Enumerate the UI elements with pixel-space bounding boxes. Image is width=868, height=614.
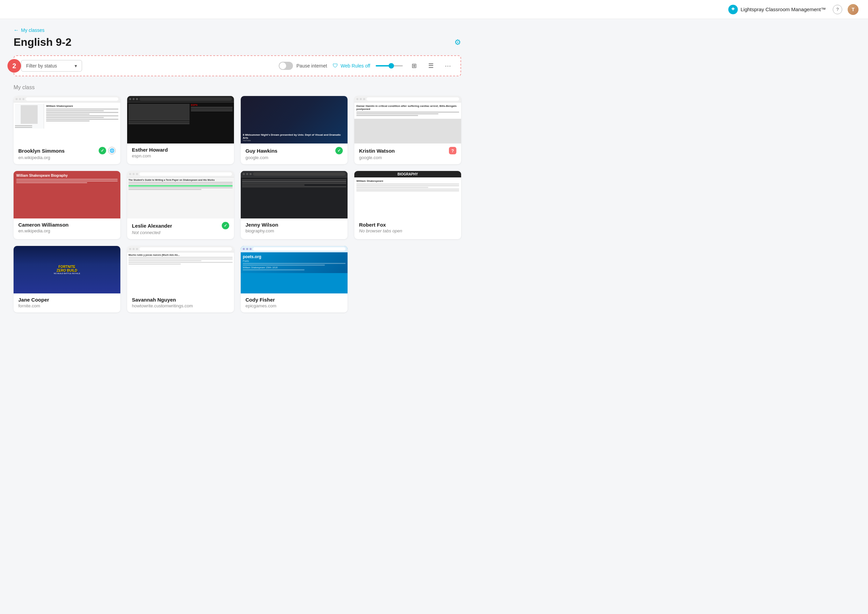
- student-card[interactable]: BIOGRAPHY William Shakespeare Robert Fox…: [354, 171, 461, 239]
- web-rules-label: Web Rules off: [341, 63, 370, 68]
- screenshot-subtitle: NO BUILD BATTLE ROYALE: [54, 272, 81, 274]
- screenshot-subtitle: Poets: [243, 260, 346, 262]
- header-icons: ? T: [833, 4, 859, 15]
- status-check-icon: ✓: [222, 222, 229, 229]
- student-grid: William Shakespeare Brooklyn Simmons ✓ 🌐…: [14, 96, 461, 312]
- brand-logo: [728, 5, 738, 14]
- chevron-down-icon: ▾: [74, 63, 77, 68]
- back-link[interactable]: ← My classes: [14, 27, 461, 33]
- student-name: Kristin Watson ?: [359, 147, 456, 154]
- avatar[interactable]: T: [848, 4, 859, 15]
- status-globe-icon: 🌐: [108, 147, 116, 154]
- student-name: Leslie Alexander ✓: [132, 222, 229, 229]
- brand-name: Lightspray Classroom Management™: [741, 6, 826, 12]
- web-rules-button[interactable]: 🛡 Web Rules off: [333, 63, 370, 69]
- card-info: Jenny Wilson biography.com: [241, 218, 347, 238]
- student-url: biography.com: [245, 228, 343, 233]
- zoom-slider[interactable]: [376, 65, 403, 67]
- page-title-row: English 9-2 ⚙: [14, 36, 461, 48]
- card-info: Esther Howard espn.com: [127, 143, 234, 163]
- card-info: Robert Fox No browser tabs open: [354, 218, 461, 238]
- card-screenshot: The Student's Guide to Writing a Term Pa…: [127, 171, 234, 218]
- screenshot-text: 8 Midsummer Night's Dream presented by U…: [243, 133, 346, 140]
- card-info: Leslie Alexander ✓ Not connected: [127, 218, 234, 239]
- student-url: No browser tabs open: [359, 228, 456, 233]
- student-name: Cameron Williamson: [18, 222, 116, 228]
- card-screenshot: BIOGRAPHY William Shakespeare: [354, 171, 461, 218]
- screenshot-subtext: YouTube: [243, 140, 346, 141]
- student-url: espn.com: [132, 153, 229, 159]
- student-url: epicgames.com: [245, 303, 343, 308]
- grid-view-button[interactable]: ⊞: [408, 60, 420, 72]
- card-info: Cameron Williamson en.wikipedia.org: [14, 218, 120, 238]
- screenshot-header: BIOGRAPHY: [354, 171, 461, 177]
- card-screenshot: ESPN: [127, 96, 234, 143]
- toolbar: 2 Filter by status ▾ Pause internet 🛡 We…: [14, 55, 461, 76]
- card-info: Savannah Nguyen howtowrite.customwriting…: [127, 294, 234, 312]
- student-card[interactable]: FORTNITEZERO BUILD NO BUILD BATTLE ROYAL…: [14, 246, 120, 312]
- card-info: Jane Cooper fornite.com: [14, 294, 120, 312]
- selection-badge: 2: [8, 59, 21, 73]
- student-card[interactable]: William Shakespeare Brooklyn Simmons ✓ 🌐…: [14, 96, 120, 164]
- more-options-button[interactable]: ⋯: [442, 60, 454, 72]
- status-check-icon: ✓: [335, 147, 343, 154]
- student-name: Jenny Wilson: [245, 222, 343, 228]
- card-info: Kristin Watson ? google.com: [354, 143, 461, 164]
- student-card[interactable]: Mucho ruido y pocas nueces (Much Ado Ab.…: [127, 246, 234, 312]
- screenshot-title: poets.org: [243, 255, 346, 259]
- student-url: fornite.com: [18, 303, 116, 308]
- student-card[interactable]: William Shakespeare Biography Cameron Wi…: [14, 171, 120, 239]
- screenshot-title: FORTNITEZERO BUILD: [54, 265, 81, 272]
- page-title: English 9-2: [14, 36, 71, 48]
- shield-icon: 🛡: [333, 63, 338, 69]
- card-screenshot: FORTNITEZERO BUILD NO BUILD BATTLE ROYAL…: [14, 246, 120, 294]
- student-card[interactable]: 8 Midsummer Night's Dream presented by U…: [241, 96, 347, 164]
- student-url: google.com: [245, 155, 343, 160]
- student-url: Not connected: [132, 230, 229, 235]
- status-check-icon: ✓: [99, 147, 106, 154]
- card-screenshot: Damar Hamlin in critical condition after…: [354, 96, 461, 143]
- pause-internet-control: Pause internet: [279, 62, 327, 70]
- status-question-icon: ?: [449, 147, 456, 154]
- card-screenshot: 8 Midsummer Night's Dream presented by U…: [241, 96, 347, 143]
- card-info: Cody Fisher epicgames.com: [241, 294, 347, 312]
- student-card[interactable]: ESPN Esther Howard espn.com: [127, 96, 234, 164]
- student-url: en.wikipedia.org: [18, 228, 116, 233]
- card-screenshot: [241, 171, 347, 218]
- student-name: Robert Fox: [359, 222, 456, 228]
- toggle-knob: [279, 62, 286, 69]
- student-name: Savannah Nguyen: [132, 297, 229, 303]
- screenshot-title: William Shakespeare Biography: [16, 174, 118, 177]
- student-name: Brooklyn Simmons ✓ 🌐: [18, 147, 116, 154]
- back-arrow-icon: ←: [14, 27, 19, 33]
- card-screenshot: poets.org Poets William Shakespeare 1564…: [241, 246, 347, 294]
- help-button[interactable]: ?: [833, 5, 842, 14]
- pause-internet-toggle[interactable]: [279, 62, 293, 70]
- student-card[interactable]: Damar Hamlin in critical condition after…: [354, 96, 461, 164]
- main-content: ← My classes English 9-2 ⚙ 2 Filter by s…: [0, 19, 475, 320]
- card-info: Guy Hawkins ✓ google.com: [241, 143, 347, 164]
- avatar-image: T: [848, 4, 859, 15]
- student-name: Guy Hawkins ✓: [245, 147, 343, 154]
- slider-container: [376, 65, 403, 67]
- student-card[interactable]: Jenny Wilson biography.com: [241, 171, 347, 239]
- back-link-label: My classes: [21, 28, 44, 33]
- card-screenshot: William Shakespeare Biography: [14, 171, 120, 218]
- student-card[interactable]: poets.org Poets William Shakespeare 1564…: [241, 246, 347, 312]
- student-name: Esther Howard: [132, 147, 229, 153]
- section-title: My class: [14, 84, 461, 90]
- student-url: howtowrite.customwritings.com: [132, 303, 229, 308]
- card-screenshot: William Shakespeare: [14, 96, 120, 143]
- header: Lightspray Classroom Management™ ? T: [0, 0, 868, 19]
- settings-icon[interactable]: ⚙: [454, 38, 461, 47]
- student-url: en.wikipedia.org: [18, 155, 116, 160]
- screenshot-text: William Shakespeare 1564–1616: [243, 266, 346, 269]
- student-card[interactable]: The Student's Guide to Writing a Term Pa…: [127, 171, 234, 239]
- student-name: Jane Cooper: [18, 297, 116, 303]
- filter-dropdown[interactable]: Filter by status ▾: [21, 60, 82, 72]
- student-name: Cody Fisher: [245, 297, 343, 303]
- list-view-button[interactable]: ☰: [425, 60, 437, 72]
- card-screenshot: Mucho ruido y pocas nueces (Much Ado Ab.…: [127, 246, 234, 294]
- pause-internet-label: Pause internet: [296, 63, 327, 68]
- filter-label: Filter by status: [26, 63, 57, 68]
